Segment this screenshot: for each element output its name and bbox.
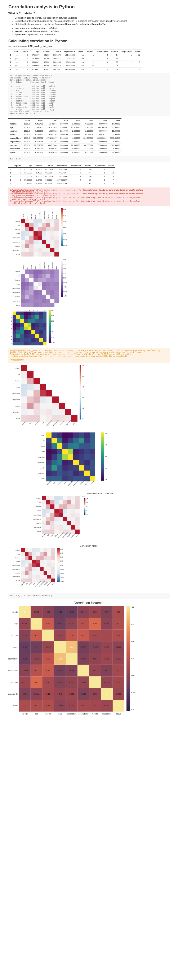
section-calc-heading: Calculating correlation in Python <box>8 39 170 43</box>
corr-matrix-blue: Correlation Matrix reportsageincomeshare… <box>8 545 170 591</box>
viridis-matrix: reportsageincomeshareexpendituredependen… <box>34 433 170 490</box>
triangle-matrix: reportsageincomeshareexpendituredependen… <box>8 365 170 430</box>
text-output: Text(0.5, 1.0, 'Correlation Heatmap') <box>8 593 170 598</box>
page-title: Correlation analysis in Python <box>8 4 170 10</box>
warning-block: C:\Users\mshas\anaconda3\lib\site-packag… <box>8 188 170 206</box>
deprecation-warning: <ipython-input-22-7871f6aa855c>:7: Depre… <box>8 348 170 363</box>
bullet-list: Correlation used to identify the associa… <box>14 16 170 25</box>
describe-table: countmeanstdmin25%50%75%maxreports1319.0… <box>8 118 122 154</box>
big-heatmap: Correlation Heatmap reports10.044-0.02-0… <box>8 601 170 715</box>
iloc-table: reportsageincomeshareexpendituredependen… <box>8 164 115 185</box>
method-list: pearson - standard correlation coefficie… <box>14 27 170 36</box>
head-table: cardreportsageincomeshareexpenditureowne… <box>8 49 142 71</box>
iloc-label: iloc[4, 1:] <box>8 156 170 162</box>
corr-matrix-1: reportsageincomeshareexpendituredependen… <box>8 208 170 256</box>
info-output: <class 'pandas.core.frame.DataFrame'> Ra… <box>8 73 170 116</box>
ggplot-matrix: Correlation using GGPLOT reportsageincom… <box>29 492 170 542</box>
pair-matrix: 012345678012345678 1.000.750.500.250.00-… <box>8 310 170 345</box>
section-heading: What is Correlation? <box>8 12 170 15</box>
corr-matrix-2: reportsageincomeshareexpendituredependen… <box>8 259 170 307</box>
